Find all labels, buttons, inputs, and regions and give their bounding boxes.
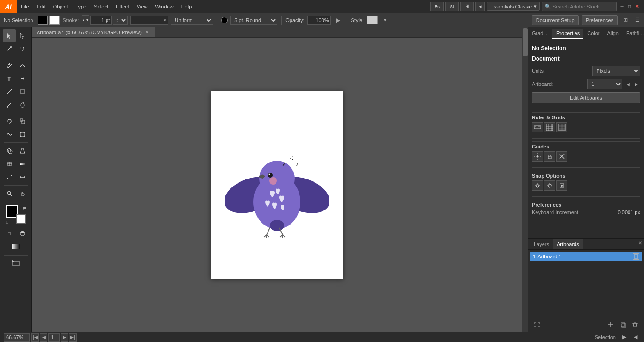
panel-options-icon[interactable]: ☰ (633, 16, 642, 25)
show-guides-icon[interactable] (532, 151, 543, 162)
layers-tab[interactable]: Layers (530, 239, 553, 249)
menu-effect[interactable]: Effect (112, 0, 133, 13)
artboard-item[interactable]: 1 Artboard 1 (530, 252, 642, 261)
artboard-tool[interactable] (4, 257, 28, 270)
workspace-selector[interactable]: Essentials Classic ▾ (487, 2, 540, 11)
artboard-prev-button[interactable]: ◀ (624, 80, 632, 88)
style-dropdown-icon[interactable]: ▾ (381, 16, 390, 25)
fill-swatch[interactable] (38, 16, 48, 25)
stock-icon[interactable]: St (445, 2, 459, 11)
artboard-next-button[interactable]: ▶ (633, 80, 640, 88)
stroke-style-preview[interactable]: ▾ (130, 16, 168, 25)
menu-window[interactable]: Window (152, 0, 177, 13)
search-stock-input[interactable]: 🔍 Search Adobe Stock (542, 2, 617, 11)
stroke-swatch[interactable] (49, 16, 60, 25)
tab-pathfinder[interactable]: Pathfi... (622, 29, 644, 39)
background-color-swatch[interactable] (16, 214, 26, 224)
hand-tool[interactable] (16, 187, 29, 200)
clear-guides-icon[interactable] (556, 151, 567, 162)
menu-help[interactable]: Help (177, 0, 196, 13)
first-page-button[interactable]: |◀ (31, 333, 39, 342)
direct-selection-tool[interactable] (16, 29, 29, 42)
tab-properties[interactable]: Properties (552, 29, 583, 39)
lower-panel-close-icon[interactable]: ✕ (638, 241, 642, 246)
menu-object[interactable]: Object (49, 0, 72, 13)
tab-color[interactable]: Color (583, 29, 603, 39)
stroke-width-input[interactable] (90, 16, 112, 25)
tab-gradient[interactable]: Gradi... (528, 29, 552, 39)
blob-brush-tool[interactable] (16, 98, 29, 111)
maximize-button[interactable]: □ (626, 3, 633, 10)
warp-tool[interactable] (3, 128, 16, 141)
swap-colors-icon[interactable]: ⇄ (23, 205, 26, 210)
gradient-swatch-icon[interactable] (9, 240, 23, 253)
rectangle-tool[interactable] (16, 85, 29, 98)
document-tab-close[interactable]: ✕ (145, 30, 150, 35)
snap-to-grid-icon[interactable] (544, 180, 555, 191)
mesh-tool[interactable] (3, 157, 16, 171)
preferences-button[interactable]: Preferences (582, 15, 618, 25)
arrange-icons[interactable]: ⊞ (621, 16, 630, 25)
lasso-tool[interactable] (16, 42, 29, 55)
share-icon[interactable]: ◂ (475, 2, 485, 11)
style-preview[interactable] (367, 16, 378, 24)
magic-wand-tool[interactable] (3, 42, 16, 55)
status-expand-icon[interactable]: ◀ (631, 333, 640, 342)
line-tool[interactable] (3, 85, 16, 98)
stroke-profile-select[interactable]: Uniform (171, 16, 213, 25)
menu-select[interactable]: Select (90, 0, 112, 13)
artboard-duplicate-icon[interactable] (618, 319, 628, 330)
default-colors-icon[interactable]: ◻ (6, 220, 9, 224)
bridge-icon[interactable]: Bs (430, 2, 444, 11)
color-icon[interactable] (16, 227, 29, 240)
eyedropper-tool[interactable] (3, 171, 16, 184)
zoom-input[interactable] (4, 333, 30, 342)
artboard-fit-icon[interactable] (532, 319, 542, 330)
libraries-icon[interactable]: ⊞ (460, 2, 474, 11)
show-grid-icon[interactable] (544, 122, 555, 132)
zoom-tool[interactable] (3, 187, 16, 200)
perspective-tool[interactable] (16, 144, 29, 157)
artboard-options-icon[interactable] (633, 253, 639, 260)
selection-tool[interactable] (3, 29, 16, 42)
units-select[interactable]: Pixels (592, 66, 640, 76)
tab-align[interactable]: Align (604, 29, 622, 39)
close-button[interactable]: ✕ (634, 3, 640, 10)
artboards-tab[interactable]: Artboards (553, 239, 583, 249)
pen-tool[interactable] (3, 59, 16, 72)
rotate-tool[interactable] (3, 115, 16, 128)
menu-edit[interactable]: Edit (33, 0, 49, 13)
paintbrush-tool[interactable] (3, 98, 16, 111)
none-color-icon[interactable]: □ (3, 227, 16, 240)
next-page-button[interactable]: ▶ (61, 333, 68, 342)
scale-tool[interactable] (16, 115, 29, 128)
opacity-expand-icon[interactable]: ▶ (334, 16, 343, 25)
lock-guides-icon[interactable] (544, 151, 555, 162)
measure-tool[interactable] (16, 171, 29, 184)
edit-artboards-button[interactable]: Edit Artboards (532, 92, 640, 103)
shape-builder-tool[interactable] (3, 144, 16, 157)
snap-to-pixel-icon[interactable] (556, 180, 567, 191)
prev-page-button[interactable]: ◀ (40, 333, 47, 342)
artboard-delete-icon[interactable] (630, 319, 640, 330)
stroke-arrow-up[interactable]: ▲▼ (82, 15, 89, 25)
brush-swatch[interactable] (221, 17, 228, 23)
gradient-tool[interactable] (16, 157, 29, 171)
show-rulers-icon[interactable] (532, 122, 543, 132)
menu-view[interactable]: View (133, 0, 152, 13)
artboard-add-icon[interactable] (606, 319, 616, 330)
canvas-vertical-scrollbar[interactable] (522, 27, 528, 332)
document-setup-button[interactable]: Document Setup (532, 15, 579, 25)
show-pixel-grid-icon[interactable] (556, 122, 567, 132)
status-right-arrow-icon[interactable]: ▶ (620, 333, 629, 342)
artboard-select[interactable]: 1 (587, 79, 622, 89)
scrollbar-thumb[interactable] (523, 28, 528, 56)
vertical-type-tool[interactable]: T (16, 72, 29, 85)
brush-select[interactable]: 5 pt. Round (230, 16, 277, 25)
opacity-input[interactable] (307, 16, 331, 25)
stroke-unit-select[interactable]: pt (113, 16, 128, 25)
minimize-button[interactable]: ─ (619, 3, 625, 10)
free-transform-tool[interactable] (16, 128, 29, 141)
page-input[interactable] (48, 333, 60, 342)
curvature-tool[interactable] (16, 59, 29, 72)
